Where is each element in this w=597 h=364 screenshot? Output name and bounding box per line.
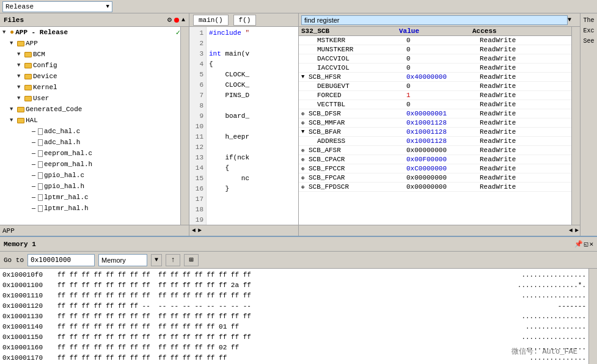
tree-item-gpio-hal-c[interactable]: — gpio_hal.c (0, 170, 180, 181)
reg-row-iaccviol[interactable]: IACCVIOL 0 ReadWrite (299, 64, 571, 73)
expand-icon: ▼ (17, 84, 24, 90)
far-right-item-exc[interactable]: Exc (582, 26, 596, 35)
mem-bytes: ff ff ff ff ff ff ff ff ff ff ff ff ff 0… (57, 322, 521, 332)
tree-item-app[interactable]: ▼ APP (0, 38, 180, 49)
reg-row-munstkerr[interactable]: MUNSTKERR 0 ReadWrite (299, 45, 571, 54)
file-dash-icon: — (32, 161, 38, 168)
tree-item-lptmr-hal-h[interactable]: — lptmr_hal.h (0, 203, 180, 214)
goto-label: Go to (4, 257, 24, 264)
expand-icon: ▼ (17, 95, 24, 101)
release-dropdown[interactable]: Release ▼ (2, 1, 112, 12)
files-panel: Files ⚙ ▲ ▼ ● APP - Release ✓ (0, 13, 189, 236)
code-tab-main[interactable]: main() (193, 15, 229, 26)
tree-item-config[interactable]: ▼ Config (0, 60, 180, 71)
dropdown-arrow-icon[interactable]: ▼ (106, 4, 109, 10)
tree-item-adc-hal-c[interactable]: — adc_hal.c (0, 126, 180, 137)
tree-item-device[interactable]: ▼ Device (0, 71, 180, 82)
reg-row-scb-fpcar[interactable]: ⊕ SCB_FPCAR 0x00000000 ReadWrite (299, 173, 571, 183)
files-scrollbar[interactable] (180, 27, 189, 225)
expand-plus-icon: ⊕ (301, 166, 309, 172)
reg-row-vecttbl[interactable]: VECTTBL 0 ReadWrite (299, 100, 571, 109)
reg-row-scb-mmfar[interactable]: ⊕ SCB_MMFAR 0x10001128 ReadWrite (299, 118, 571, 128)
reg-access-scb-hfsr: ReadWrite (480, 73, 541, 81)
expand-icon: ▼ (10, 117, 17, 123)
tree-item-eeprom-hal-h[interactable]: — eeprom_hal.h (0, 159, 180, 170)
mem-ascii: ................ (516, 270, 586, 280)
folder-icon (17, 118, 24, 123)
pin-icon[interactable]: 📌 (574, 240, 583, 248)
gear-icon[interactable]: ⚙ (167, 15, 172, 24)
scrollbar-up-icon[interactable]: ▲ (181, 16, 185, 23)
close-icon[interactable]: ✕ (589, 240, 593, 248)
checkmark-icon: ✓ (176, 28, 180, 37)
tree-label-app-release: APP - Release (15, 29, 68, 36)
expand-icon: ▼ (10, 106, 17, 112)
reg-row-scb-dfsr[interactable]: ⊕ SCB_DFSR 0x00000001 ReadWrite (299, 109, 571, 118)
reg-access-daccviol: ReadWrite (480, 55, 541, 62)
reg-row-daccviol[interactable]: DACCVIOL 0 ReadWrite (299, 54, 571, 64)
format-dropdown-btn[interactable]: ▼ (151, 254, 162, 266)
far-right-item-see[interactable]: See (582, 37, 596, 46)
reg-value-daccviol: 0 (406, 55, 480, 62)
mem-addr: 0x10001140 (2, 322, 57, 332)
tree-item-bcm[interactable]: ▼ BCM (0, 49, 180, 60)
tree-item-generated-code[interactable]: ▼ Generated_Code (0, 104, 180, 115)
scroll-right-icon[interactable]: ► (198, 227, 202, 234)
tree-item-kernel[interactable]: ▼ Kernel (0, 82, 180, 93)
reg-name-address: ADDRESS (309, 137, 406, 145)
memory-scrollbar[interactable] (588, 269, 597, 364)
scroll-right-icon[interactable]: ► (575, 227, 579, 234)
reg-row-scb-fpdscr[interactable]: ⊕ SCB_FPDSCR 0x00000000 ReadWrite (299, 183, 571, 192)
reg-access-scb-fpdscr: ReadWrite (480, 183, 541, 191)
mem-ascii: ................ (516, 291, 586, 301)
reg-row-debugevt[interactable]: DEBUGEVT 0 ReadWrite (299, 82, 571, 91)
reg-scrollbar[interactable] (571, 27, 580, 225)
reg-row-scb-hfsr[interactable]: ▼ SCB_HFSR 0x40000000 ReadWrite (299, 73, 571, 82)
reg-search-bar: ▼ (299, 13, 580, 27)
mem-bytes: ff ff ff ff ff ff ff ff ff ff ff ff ff f… (57, 311, 516, 322)
far-right-item-the[interactable]: The (582, 16, 596, 25)
reg-search-input[interactable] (301, 15, 568, 25)
tree-label-device: Device (33, 73, 57, 80)
reg-access-scb-cpacr: ReadWrite (480, 156, 541, 163)
reg-row-mstkerr[interactable]: MSTKERR 0 ReadWrite (299, 36, 571, 45)
code-panel: main() f() 12345 678910 1112131415 16171… (189, 13, 299, 236)
expand-plus-icon: ⊕ (301, 147, 309, 154)
tree-item-hal[interactable]: ▼ HAL (0, 115, 180, 126)
reg-row-scb-bfar[interactable]: ▼ SCB_BFAR 0x10001128 ReadWrite (299, 128, 571, 137)
mem-ascii: .............. (525, 353, 586, 363)
prev-btn[interactable]: ↑ (166, 254, 180, 266)
tree-item-app-release[interactable]: ▼ ● APP - Release ✓ (0, 27, 180, 38)
reg-row-scb-afsr[interactable]: ⊕ SCB_AFSR 0x00000000 ReadWrite (299, 146, 571, 155)
reg-row-scb-fpccr[interactable]: ⊕ SCB_FPCCR 0xC0000000 ReadWrite (299, 164, 571, 173)
addr-input[interactable] (27, 254, 95, 266)
file-icon (38, 172, 43, 179)
reg-name-daccviol: DACCVIOL (309, 55, 406, 62)
reg-scroll-down-icon[interactable]: ▼ (568, 16, 577, 23)
columns-btn[interactable]: ⊞ (184, 254, 199, 266)
float-icon[interactable]: ◱ (584, 240, 588, 248)
memory-content-area: 0x100010f0 ff ff ff ff ff ff ff ff ff ff… (0, 269, 597, 364)
file-icon (38, 183, 43, 190)
tree-item-user[interactable]: ▼ User (0, 93, 180, 104)
files-header: Files ⚙ ▲ (0, 13, 189, 27)
tree-item-gpio-hal-h[interactable]: — gpio_hal.h (0, 181, 180, 192)
reg-col-value: Value (399, 27, 472, 35)
reg-name-iaccviol: IACCVIOL (309, 64, 406, 71)
tree-item-eeprom-hal-c[interactable]: — eeprom_hal.c (0, 148, 180, 159)
reg-row-scb-cpacr[interactable]: ⊕ SCB_CPACR 0x00F00000 ReadWrite (299, 155, 571, 164)
scroll-left-icon[interactable]: ◄ (569, 227, 573, 234)
code-tab-f[interactable]: f() (233, 15, 257, 26)
format-input[interactable] (98, 254, 147, 266)
memory-data[interactable]: 0x100010f0 ff ff ff ff ff ff ff ff ff ff… (0, 269, 588, 364)
code-content[interactable]: #include " int main(v { CLOCK_ CLOCK_ PI… (207, 27, 298, 225)
file-dash-icon: — (32, 150, 38, 157)
tree-label-eeprom-hal-h: eeprom_hal.h (44, 161, 92, 168)
tree-item-lptmr-hal-c[interactable]: — lptmr_hal.c (0, 192, 180, 203)
file-icon (38, 194, 43, 201)
mem-addr: 0x10001150 (2, 332, 57, 343)
scroll-left-icon[interactable]: ◄ (192, 227, 196, 234)
reg-row-forced[interactable]: FORCED 1 ReadWrite (299, 91, 571, 100)
tree-item-adc-hal-h[interactable]: — adc_hal.h (0, 137, 180, 148)
reg-row-address[interactable]: ADDRESS 0x10001128 ReadWrite (299, 137, 571, 146)
